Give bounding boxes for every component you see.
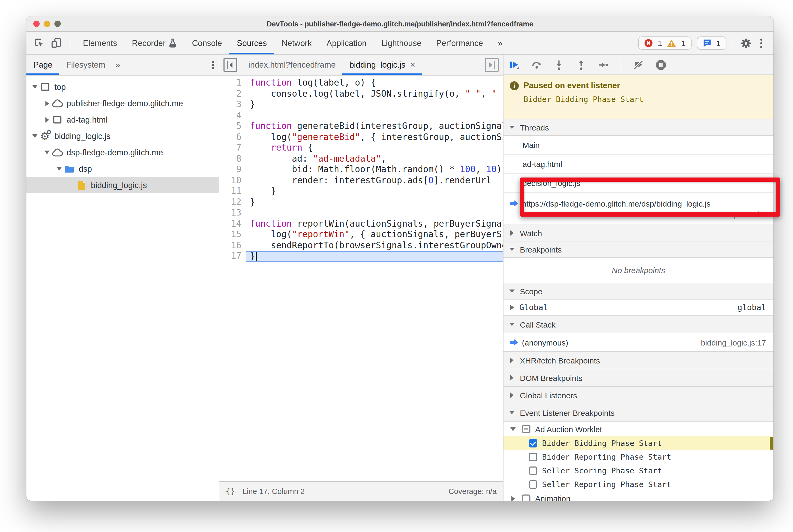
line-number: 10: [219, 175, 246, 186]
chevron-down-icon[interactable]: [31, 134, 39, 138]
code-line-14[interactable]: 14function reportWin(auctionSignals, per…: [219, 218, 503, 229]
code-line-15[interactable]: 15 log("reportWin", { auctionSignals, pe…: [219, 229, 503, 240]
checkbox-unchecked[interactable]: [529, 467, 537, 475]
minimize-window-button[interactable]: [44, 21, 50, 27]
tab-sources[interactable]: Sources: [229, 32, 275, 54]
tab-application[interactable]: Application: [319, 32, 374, 54]
event-bp-bidder-bidding-phase-start[interactable]: Bidder Bidding Phase Start: [504, 436, 773, 450]
navigator-more-icon[interactable]: [207, 61, 219, 69]
resume-script-icon[interactable]: [509, 59, 521, 71]
thread-item-paused[interactable]: https://dsp-fledge-demo.glitch.me/dsp/bi…: [504, 193, 773, 225]
code-line-3[interactable]: 3}: [219, 99, 503, 110]
step-out-icon[interactable]: [575, 59, 587, 71]
checkbox-indeterminate[interactable]: [522, 425, 530, 433]
event-bp-seller-scoring-phase-start[interactable]: Seller Scoring Phase Start: [504, 464, 773, 478]
more-options-icon[interactable]: [756, 36, 767, 50]
settings-gear-icon[interactable]: [739, 36, 753, 50]
tree-item-ad-tag-html[interactable]: ad-tag.html: [26, 112, 219, 128]
thread-status: paused: [504, 209, 773, 218]
step-over-icon[interactable]: [531, 59, 543, 71]
section-threads[interactable]: Threads: [504, 119, 773, 136]
editor-tab-index-html-fencedframe[interactable]: index.html?fencedframe: [242, 55, 343, 75]
tab-console[interactable]: Console: [185, 32, 229, 54]
thread-item-main[interactable]: Main: [504, 136, 773, 155]
toolbar-divider: [70, 37, 70, 50]
code-line-13[interactable]: 13: [219, 208, 503, 218]
tab-network[interactable]: Network: [274, 32, 319, 54]
tree-item-dsp-fledge-demo-glitch-me[interactable]: dsp-fledge-demo.glitch.me: [26, 144, 219, 160]
code-line-4[interactable]: 4: [219, 110, 503, 121]
tab-lighthouse[interactable]: Lighthouse: [374, 32, 429, 54]
pause-on-exceptions-icon[interactable]: [655, 59, 667, 71]
checkbox-unchecked[interactable]: [522, 494, 530, 501]
code-line-10[interactable]: 10 render: interestGroup.ads[0].renderUr…: [219, 175, 503, 186]
code-line-6[interactable]: 6 log("generateBid", { interestGroup, au…: [219, 132, 503, 142]
chevron-down-icon[interactable]: [43, 151, 51, 154]
tab-filesystem[interactable]: Filesystem: [59, 55, 112, 75]
tab-performance[interactable]: Performance: [429, 32, 490, 54]
code-line-5[interactable]: 5function generateBid(interestGroup, auc…: [219, 121, 503, 132]
event-bp-label: Seller Reporting Phase Start: [542, 480, 671, 489]
chevron-right-icon[interactable]: [43, 101, 51, 106]
chevron-right-icon[interactable]: [509, 496, 517, 501]
navigator-tabs: Page Filesystem »: [26, 55, 219, 76]
tree-item-publisher-fledge-demo-glitch-me[interactable]: publisher-fledge-demo.glitch.me: [26, 95, 219, 112]
tree-item-bidding-logic-js[interactable]: bidding_logic.js: [26, 177, 219, 193]
deactivate-breakpoints-icon[interactable]: [633, 59, 644, 71]
close-window-button[interactable]: [33, 21, 40, 27]
event-bp-seller-reporting-phase-start[interactable]: Seller Reporting Phase Start: [504, 478, 773, 491]
section-xhr-breakpoints[interactable]: XHR/fetch Breakpoints: [504, 351, 773, 369]
section-call-stack[interactable]: Call Stack: [504, 316, 773, 334]
section-breakpoints[interactable]: Breakpoints: [504, 241, 773, 258]
code-line-17[interactable]: 17}: [219, 251, 503, 262]
zoom-window-button[interactable]: [54, 21, 61, 27]
code-line-2[interactable]: 2 console.log(label, JSON.stringify(o, "…: [219, 89, 503, 99]
event-bp-group-ad-auction-worklet[interactable]: Ad Auction Worklet: [504, 422, 773, 436]
pretty-print-icon[interactable]: {}: [226, 487, 235, 496]
editor-tab-bidding-logic-js[interactable]: bidding_logic.js×: [343, 55, 422, 75]
code-line-1[interactable]: 1function log(label, o) {: [219, 78, 503, 89]
code-line-8[interactable]: 8 ad: "ad-metadata",: [219, 153, 503, 164]
code-line-12[interactable]: 12}: [219, 197, 503, 208]
close-icon[interactable]: ×: [410, 60, 416, 70]
section-watch[interactable]: Watch: [504, 225, 773, 242]
section-global-listeners[interactable]: Global Listeners: [504, 386, 773, 404]
tab-[interactable]: »: [491, 32, 510, 54]
code-line-9[interactable]: 9 bid: Math.floor(Math.random() * 100, 1…: [219, 164, 503, 175]
code-editor[interactable]: 1function log(label, o) {2 console.log(l…: [219, 76, 503, 481]
thread-item-decision-logic-js[interactable]: decision_logic.js: [504, 174, 773, 193]
errors-warnings-badge[interactable]: 1 1: [638, 36, 691, 50]
event-bp-group-animation[interactable]: Animation: [504, 491, 773, 501]
event-bp-bidder-reporting-phase-start[interactable]: Bidder Reporting Phase Start: [504, 450, 773, 464]
scope-global-row[interactable]: Global global: [504, 300, 773, 316]
call-stack-frame[interactable]: (anonymous) bidding_logic.js:17: [504, 334, 773, 352]
step-icon[interactable]: [598, 59, 609, 71]
section-dom-breakpoints[interactable]: DOM Breakpoints: [504, 369, 773, 387]
tree-item-top[interactable]: top: [26, 79, 219, 95]
code-line-11[interactable]: 11 }: [219, 186, 503, 197]
checkbox-unchecked[interactable]: [529, 480, 537, 489]
issues-badge[interactable]: 1: [697, 36, 726, 50]
checkbox-unchecked[interactable]: [529, 453, 537, 461]
tab-page[interactable]: Page: [26, 55, 59, 75]
tree-item-bidding-logic-js[interactable]: ⚙⚙bidding_logic.js: [26, 128, 219, 144]
code-line-16[interactable]: 16 sendReportTo(browserSignals.interestG…: [219, 240, 503, 251]
section-event-listener-breakpoints[interactable]: Event Listener Breakpoints: [504, 404, 773, 422]
code-line-7[interactable]: 7 return {: [219, 142, 503, 153]
checkbox-checked[interactable]: [529, 439, 537, 448]
chevron-down-icon[interactable]: [509, 427, 517, 431]
more-tabs-icon[interactable]: »: [112, 60, 124, 70]
section-scope[interactable]: Scope: [504, 283, 773, 300]
chevron-down-icon[interactable]: [55, 167, 63, 171]
tab-elements[interactable]: Elements: [76, 32, 125, 54]
chevron-down-icon[interactable]: [31, 85, 39, 89]
tab-recorder[interactable]: Recorder: [125, 32, 185, 54]
tree-item-dsp[interactable]: dsp: [26, 160, 219, 177]
thread-item-ad-tag-html[interactable]: ad-tag.html: [504, 155, 773, 174]
show-debugger-sidebar-icon[interactable]: [485, 58, 499, 72]
chevron-right-icon[interactable]: [43, 117, 51, 122]
inspect-element-icon[interactable]: [32, 36, 46, 50]
hide-navigator-icon[interactable]: [224, 58, 237, 72]
device-toolbar-icon[interactable]: [49, 36, 63, 50]
step-into-icon[interactable]: [553, 59, 565, 71]
